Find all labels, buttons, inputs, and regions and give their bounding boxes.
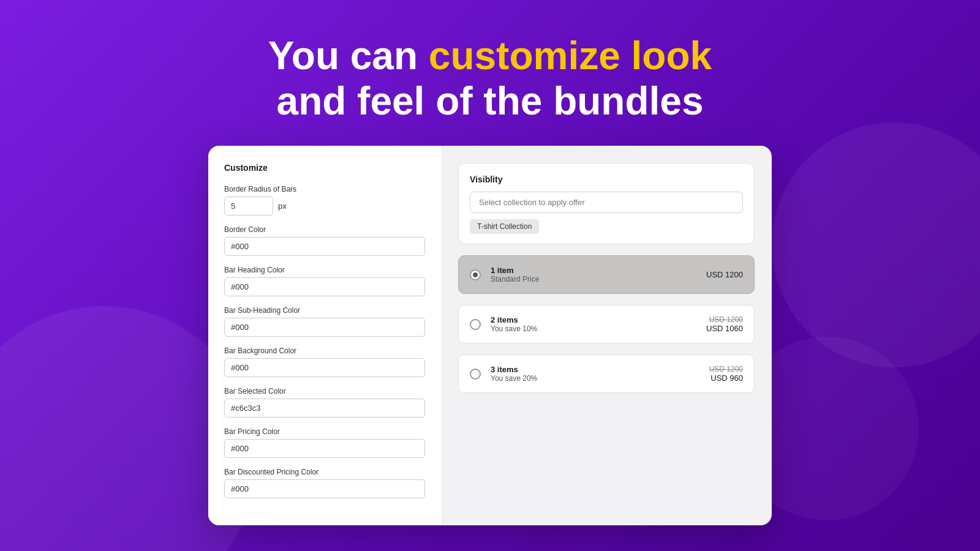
label-border-radius: Border Radius of Bars xyxy=(224,185,425,193)
page-content: You can customize look and feel of the b… xyxy=(0,0,980,551)
left-panel: Customize Border Radius of Bars px Borde… xyxy=(208,146,441,525)
hero-text-highlight: customize look xyxy=(429,34,712,78)
price-original-2: USD 1200 xyxy=(706,315,743,324)
bundle-pricing-3: USD 1200 USD 960 xyxy=(709,365,743,383)
bundle-info-3: 3 items You save 20% xyxy=(491,365,699,383)
price-only-1: USD 1200 xyxy=(706,270,743,279)
collection-tag[interactable]: T-shirt Collection xyxy=(470,219,539,234)
bundle-bar-3[interactable]: 3 items You save 20% USD 1200 USD 960 xyxy=(458,354,755,393)
bundle-bar-2[interactable]: 2 items You save 10% USD 1200 USD 1060 xyxy=(458,305,755,343)
right-panel: Visiblity T-shirt Collection 1 item Stan… xyxy=(441,146,772,525)
field-bar-pricing-color: Bar Pricing Color xyxy=(224,427,425,458)
field-bar-discounted-color: Bar Discounted Pricing Color xyxy=(224,468,425,498)
px-label: px xyxy=(278,201,287,211)
bundle-pricing-2: USD 1200 USD 1060 xyxy=(706,315,743,333)
bundle-items-3: 3 items xyxy=(491,365,699,374)
field-bar-heading-color: Bar Heading Color xyxy=(224,266,425,296)
radio-bundle-3[interactable] xyxy=(470,369,481,380)
label-bar-pricing-color: Bar Pricing Color xyxy=(224,427,425,436)
radio-bundle-2[interactable] xyxy=(470,319,481,330)
bundle-bar-1[interactable]: 1 item Standard Price USD 1200 xyxy=(458,255,755,294)
visibility-title: Visiblity xyxy=(470,174,743,184)
input-bar-discounted-color[interactable] xyxy=(224,479,425,498)
radio-bundle-1[interactable] xyxy=(470,269,481,280)
input-bar-subheading-color[interactable] xyxy=(224,318,425,337)
hero-text-white1: You can xyxy=(268,34,429,78)
bundle-pricing-1: USD 1200 xyxy=(706,270,743,279)
label-bar-discounted-color: Bar Discounted Pricing Color xyxy=(224,468,425,476)
bundle-save-3: You save 20% xyxy=(491,374,699,383)
customize-title: Customize xyxy=(224,163,425,173)
field-bar-selected-color: Bar Selected Color xyxy=(224,387,425,418)
bundle-info-1: 1 item Standard Price xyxy=(491,266,696,283)
bundle-items-2: 2 items xyxy=(491,315,696,324)
price-current-2: USD 1060 xyxy=(706,324,743,333)
collection-input[interactable] xyxy=(470,192,743,213)
input-border-radius[interactable] xyxy=(224,197,273,216)
label-border-color: Border Color xyxy=(224,225,425,234)
price-current-3: USD 960 xyxy=(709,373,743,383)
input-bar-heading-color[interactable] xyxy=(224,277,425,296)
collection-tag-label: T-shirt Collection xyxy=(477,222,532,231)
label-bar-bg-color: Bar Background Color xyxy=(224,347,425,355)
input-border-color[interactable] xyxy=(224,237,425,256)
label-bar-subheading-color: Bar Sub-Heading Color xyxy=(224,306,425,315)
bundle-info-2: 2 items You save 10% xyxy=(491,315,696,333)
field-bar-subheading-color: Bar Sub-Heading Color xyxy=(224,306,425,337)
price-original-3: USD 1200 xyxy=(709,365,743,373)
input-bar-bg-color[interactable] xyxy=(224,358,425,377)
input-row-radius: px xyxy=(224,197,425,216)
label-bar-selected-color: Bar Selected Color xyxy=(224,387,425,395)
visibility-card: Visiblity T-shirt Collection xyxy=(458,163,755,244)
bundle-items-1: 1 item xyxy=(491,266,696,275)
hero-text-white2: and feel of the bundles xyxy=(277,79,704,123)
main-card: Customize Border Radius of Bars px Borde… xyxy=(208,146,772,525)
bundle-save-1: Standard Price xyxy=(491,275,696,283)
input-bar-selected-color[interactable] xyxy=(224,399,425,418)
bundle-save-2: You save 10% xyxy=(491,324,696,333)
label-bar-heading-color: Bar Heading Color xyxy=(224,266,425,274)
field-bar-bg-color: Bar Background Color xyxy=(224,347,425,377)
input-bar-pricing-color[interactable] xyxy=(224,439,425,458)
field-border-radius: Border Radius of Bars px xyxy=(224,185,425,216)
field-border-color: Border Color xyxy=(224,225,425,256)
hero-title: You can customize look and feel of the b… xyxy=(268,34,712,124)
